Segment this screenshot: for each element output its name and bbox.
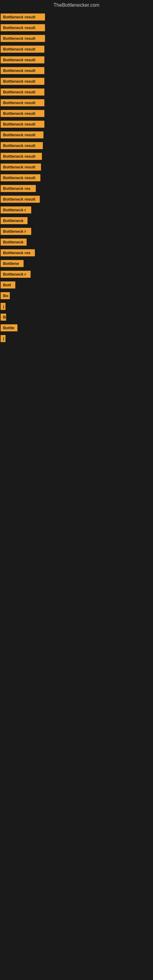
- list-item: Bottleneck res: [1, 183, 152, 194]
- bottleneck-badge[interactable]: Bottleneck result: [1, 153, 42, 160]
- items-container: Bottleneck resultBottleneck resultBottle…: [0, 10, 153, 345]
- list-item: Bottleneck result: [1, 65, 152, 76]
- bottleneck-badge[interactable]: Bottleneck result: [1, 174, 40, 181]
- list-item: Bottleneck result: [1, 76, 152, 87]
- bottleneck-badge[interactable]: Bottleneck result: [1, 46, 45, 52]
- bottleneck-badge[interactable]: Bottleneck result: [1, 131, 43, 138]
- bottleneck-badge[interactable]: Bottleneck result: [1, 99, 45, 106]
- bottleneck-badge[interactable]: Bottleneck: [1, 239, 27, 246]
- bottleneck-badge[interactable]: |: [1, 303, 5, 310]
- bottleneck-badge[interactable]: Bottleneck r: [1, 271, 30, 278]
- list-item: Bottleneck result: [1, 12, 152, 22]
- bottleneck-badge[interactable]: Bottleneck result: [1, 89, 45, 95]
- bottleneck-badge[interactable]: Bottleneck r: [1, 207, 31, 213]
- list-item: Bottleneck r: [1, 205, 152, 215]
- list-item: Bottleneck result: [1, 172, 152, 183]
- bottleneck-badge[interactable]: |: [1, 335, 5, 342]
- bottleneck-badge[interactable]: Bottle: [1, 324, 18, 331]
- list-item: Bott: [1, 280, 152, 290]
- list-item: Bottleneck r: [1, 269, 152, 280]
- list-item: Bottleneck result: [1, 54, 152, 65]
- bottleneck-badge[interactable]: Bottleneck result: [1, 110, 45, 117]
- list-item: Bottle: [1, 323, 152, 333]
- list-item: Bottleneck result: [1, 97, 152, 108]
- list-item: Bottleneck result: [1, 44, 152, 54]
- bottleneck-badge[interactable]: Bottleneck result: [1, 78, 45, 85]
- list-item: Bottlene: [1, 258, 152, 269]
- bottleneck-badge[interactable]: Bo: [1, 292, 10, 299]
- bottleneck-badge[interactable]: Bottleneck result: [1, 164, 41, 170]
- bottleneck-badge[interactable]: Bottleneck r: [1, 228, 31, 235]
- bottleneck-badge[interactable]: Bottleneck result: [1, 121, 45, 128]
- site-title: TheBottlenecker.com: [0, 0, 153, 10]
- bottleneck-badge[interactable]: Bottleneck result: [1, 196, 40, 203]
- list-item: Bottleneck result: [1, 22, 152, 33]
- list-item: Bottleneck result: [1, 140, 152, 151]
- list-item: Bottleneck result: [1, 130, 152, 140]
- bottleneck-badge[interactable]: Bottleneck res: [1, 249, 35, 256]
- bottleneck-badge[interactable]: Bottleneck result: [1, 24, 45, 31]
- list-item: |: [1, 333, 152, 344]
- list-item: Bottleneck result: [1, 194, 152, 205]
- list-item: Bottleneck result: [1, 108, 152, 119]
- list-item: B: [1, 312, 152, 323]
- bottleneck-badge[interactable]: B: [1, 313, 6, 321]
- bottleneck-badge[interactable]: Bott: [1, 282, 15, 288]
- bottleneck-badge[interactable]: Bottlene: [1, 260, 24, 267]
- list-item: Bottleneck result: [1, 33, 152, 44]
- list-item: Bottleneck res: [1, 247, 152, 258]
- bottleneck-badge[interactable]: Bottleneck res: [1, 185, 36, 192]
- bottleneck-badge[interactable]: Bottleneck result: [1, 13, 45, 21]
- list-item: Bottleneck result: [1, 87, 152, 97]
- list-item: Bottleneck: [1, 215, 152, 226]
- list-item: Bottleneck result: [1, 151, 152, 162]
- bottleneck-badge[interactable]: Bottleneck result: [1, 56, 45, 64]
- bottleneck-badge[interactable]: Bottleneck result: [1, 35, 45, 42]
- list-item: Bo: [1, 290, 152, 301]
- list-item: |: [1, 301, 152, 312]
- bottleneck-badge[interactable]: Bottleneck result: [1, 67, 45, 74]
- list-item: Bottleneck result: [1, 119, 152, 130]
- bottleneck-badge[interactable]: Bottleneck result: [1, 142, 43, 149]
- bottleneck-badge[interactable]: Bottleneck: [1, 217, 27, 224]
- list-item: Bottleneck r: [1, 226, 152, 237]
- list-item: Bottleneck: [1, 237, 152, 247]
- list-item: Bottleneck result: [1, 162, 152, 172]
